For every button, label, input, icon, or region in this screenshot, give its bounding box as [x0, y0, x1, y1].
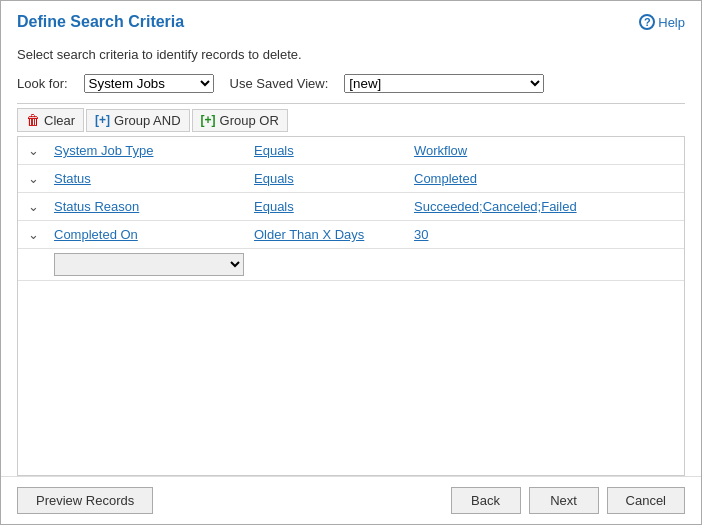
- next-button[interactable]: Next: [529, 487, 599, 514]
- row-chevron-2[interactable]: ⌄: [18, 167, 48, 190]
- clear-icon: 🗑: [26, 112, 40, 128]
- dialog-footer: Preview Records Back Next Cancel: [1, 476, 701, 524]
- group-and-button[interactable]: [+] Group AND: [86, 109, 189, 132]
- table-row: ⌄ Status Reason Equals Succeeded;Cancele…: [18, 193, 684, 221]
- row-chevron-4[interactable]: ⌄: [18, 223, 48, 246]
- define-search-criteria-dialog: Define Search Criteria ? Help Select sea…: [0, 0, 702, 525]
- help-icon: ?: [639, 14, 655, 30]
- clear-button[interactable]: 🗑 Clear: [17, 108, 84, 132]
- new-operator-cell: [248, 261, 408, 269]
- operator-cell-2: Equals: [248, 167, 408, 190]
- cancel-button[interactable]: Cancel: [607, 487, 685, 514]
- table-row: ⌄ Status Equals Completed: [18, 165, 684, 193]
- table-row: ⌄ Completed On Older Than X Days 30: [18, 221, 684, 249]
- preview-records-button[interactable]: Preview Records: [17, 487, 153, 514]
- toolbar: 🗑 Clear [+] Group AND [+] Group OR: [17, 103, 685, 136]
- new-value-cell: [408, 261, 684, 269]
- operator-link-1[interactable]: Equals: [254, 143, 294, 158]
- group-and-label: Group AND: [114, 113, 180, 128]
- field-cell-3: Status Reason: [48, 195, 248, 218]
- back-button[interactable]: Back: [451, 487, 521, 514]
- value-cell-2: Completed: [408, 167, 684, 190]
- field-link-3[interactable]: Status Reason: [54, 199, 139, 214]
- dialog-body: Look for: System Jobs Use Saved View: [n…: [1, 74, 701, 476]
- field-link-4[interactable]: Completed On: [54, 227, 138, 242]
- operator-cell-4: Older Than X Days: [248, 223, 408, 246]
- new-field-select[interactable]: [54, 253, 244, 276]
- group-or-button[interactable]: [+] Group OR: [192, 109, 288, 132]
- operator-link-2[interactable]: Equals: [254, 171, 294, 186]
- value-cell-1: Workflow: [408, 139, 684, 162]
- group-and-icon: [+]: [95, 113, 110, 127]
- dialog-subtitle: Select search criteria to identify recor…: [1, 39, 701, 74]
- value-link-1[interactable]: Workflow: [414, 143, 467, 158]
- operator-link-3[interactable]: Equals: [254, 199, 294, 214]
- value-link-2[interactable]: Completed: [414, 171, 477, 186]
- field-cell-4: Completed On: [48, 223, 248, 246]
- look-for-select[interactable]: System Jobs: [84, 74, 214, 93]
- criteria-table-wrapper: ⌄ System Job Type Equals Workflow ⌄ Stat…: [17, 136, 685, 476]
- row-chevron-3[interactable]: ⌄: [18, 195, 48, 218]
- operator-cell-3: Equals: [248, 195, 408, 218]
- new-field-select-wrapper: [48, 249, 248, 280]
- new-row-spacer: [18, 261, 48, 269]
- group-or-icon: [+]: [201, 113, 216, 127]
- help-link[interactable]: ? Help: [639, 14, 685, 30]
- dialog-title: Define Search Criteria: [17, 13, 184, 31]
- group-or-label: Group OR: [220, 113, 279, 128]
- field-cell-1: System Job Type: [48, 139, 248, 162]
- saved-view-select[interactable]: [new]: [344, 74, 544, 93]
- value-link-3[interactable]: Succeeded;Canceled;Failed: [414, 199, 577, 214]
- value-cell-4: 30: [408, 223, 684, 246]
- field-cell-2: Status: [48, 167, 248, 190]
- field-link-1[interactable]: System Job Type: [54, 143, 153, 158]
- footer-left: Preview Records: [17, 487, 153, 514]
- row-chevron-1[interactable]: ⌄: [18, 139, 48, 162]
- look-for-row: Look for: System Jobs Use Saved View: [n…: [17, 74, 685, 93]
- help-label: Help: [658, 15, 685, 30]
- look-for-label: Look for:: [17, 76, 68, 91]
- operator-link-4[interactable]: Older Than X Days: [254, 227, 364, 242]
- footer-right: Back Next Cancel: [451, 487, 685, 514]
- new-criteria-row: [18, 249, 684, 281]
- dialog-header: Define Search Criteria ? Help: [1, 1, 701, 39]
- value-cell-3: Succeeded;Canceled;Failed: [408, 195, 684, 218]
- use-saved-view-label: Use Saved View:: [230, 76, 329, 91]
- operator-cell-1: Equals: [248, 139, 408, 162]
- field-link-2[interactable]: Status: [54, 171, 91, 186]
- table-row: ⌄ System Job Type Equals Workflow: [18, 137, 684, 165]
- clear-label: Clear: [44, 113, 75, 128]
- value-link-4[interactable]: 30: [414, 227, 428, 242]
